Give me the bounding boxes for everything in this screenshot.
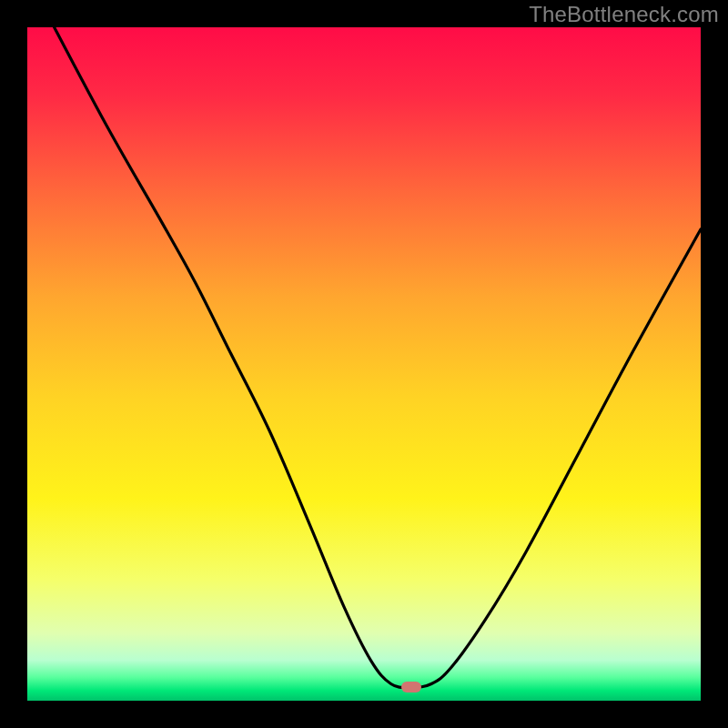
bottleneck-curve <box>27 27 701 701</box>
chart-container: TheBottleneck.com <box>0 0 728 728</box>
plot-area <box>27 27 701 701</box>
optimal-point-marker <box>401 682 421 693</box>
watermark-text: TheBottleneck.com <box>529 2 719 27</box>
